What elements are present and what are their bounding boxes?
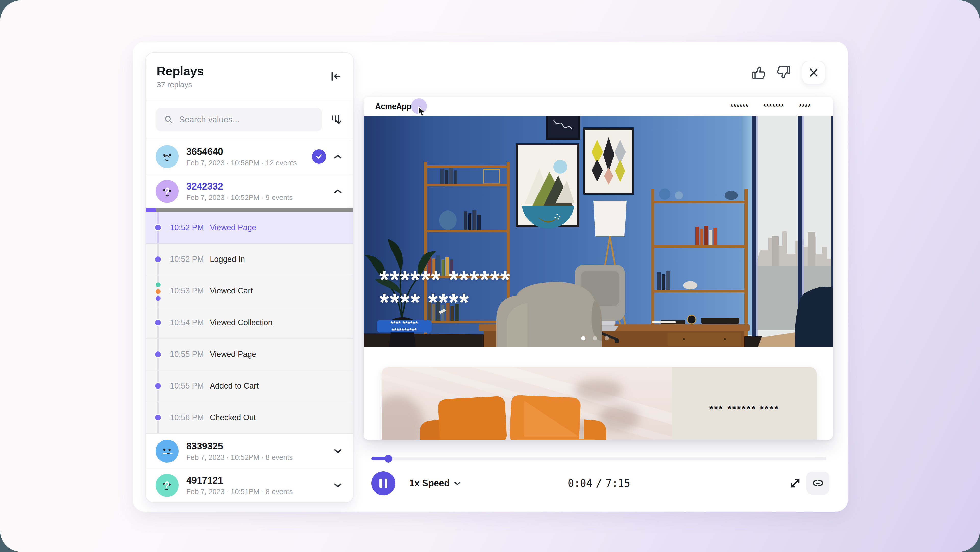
playback-time: 0:04 / 7:15 [549, 471, 649, 495]
replay-count: 37 replays [157, 80, 204, 89]
app-background: Replays 37 replays Search values... 3654… [0, 0, 980, 552]
event-timeline: 10:52 PM Viewed Page 10:52 PM Logged In … [146, 212, 353, 434]
search-input[interactable]: Search values... [156, 108, 322, 131]
event-dot [154, 319, 162, 326]
playback-speed-button[interactable]: 1x Speed [408, 471, 463, 495]
event-row[interactable]: 10:56 PM Checked Out [146, 402, 353, 434]
expand-icon [789, 477, 801, 490]
total-duration: 7:15 [606, 477, 630, 489]
event-row[interactable]: 10:53 PM Viewed Cart [146, 275, 353, 307]
selected-check-badge [312, 150, 326, 164]
carousel-dots[interactable] [581, 336, 609, 340]
event-row[interactable]: 10:55 PM Viewed Page [146, 339, 353, 370]
timeline-scrubber[interactable] [371, 457, 826, 460]
session-progress-fill [146, 208, 156, 212]
product-photo-sofa [382, 367, 672, 440]
product-card-text-panel: *** ****** **** [672, 367, 817, 440]
event-dot [154, 256, 162, 263]
event-time: 10:55 PM [170, 350, 204, 359]
sort-filter-button[interactable] [329, 113, 343, 126]
session-progress-bar [146, 208, 353, 212]
session-avatar [156, 474, 179, 497]
event-row[interactable]: 10:54 PM Viewed Collection [146, 307, 353, 339]
thumbs-up-icon [750, 65, 766, 80]
replay-session-row[interactable]: 4917121 Feb 7, 2023 · 10:51PM · 8 events [146, 468, 353, 502]
replayed-site-header: AcmeApp ****** ******* **** [364, 97, 833, 116]
session-meta: Feb 7, 2023 · 10:51PM · 8 events [186, 488, 333, 496]
session-id: 3654640 [186, 146, 312, 157]
replay-session-row-active[interactable]: 3242332 Feb 7, 2023 · 10:52PM · 9 events [146, 174, 353, 208]
replay-session-row[interactable]: 3654640 Feb 7, 2023 · 10:58PM · 12 event… [146, 139, 353, 174]
event-label: Added to Cart [210, 381, 259, 391]
replay-session-row[interactable]: 8339325 Feb 7, 2023 · 10:52PM · 8 events [146, 434, 353, 468]
check-icon [315, 152, 323, 161]
event-dot [154, 351, 162, 358]
chevron-up-icon[interactable] [333, 186, 343, 196]
page-title: Replays [157, 64, 204, 78]
event-time: 10:56 PM [170, 413, 204, 422]
event-dot [154, 224, 162, 231]
session-meta: Feb 7, 2023 · 10:52PM · 9 events [186, 194, 333, 202]
event-multi-dots [155, 282, 161, 302]
session-avatar [156, 145, 179, 168]
pause-button[interactable] [371, 471, 395, 495]
event-row[interactable]: 10:55 PM Added to Cart [146, 370, 353, 402]
event-row[interactable]: 10:52 PM Logged In [146, 244, 353, 275]
sort-filter-icon [329, 113, 343, 126]
event-label: Viewed Page [210, 223, 256, 232]
pause-icon [380, 479, 382, 488]
session-id: 4917121 [186, 475, 333, 486]
session-id: 8339325 [186, 441, 333, 451]
masked-cta-button[interactable]: **** ****** ********** [377, 320, 431, 332]
hero-banner: ****** ****** **** **** **** ****** ****… [364, 116, 833, 348]
masked-nav-item[interactable]: ****** [731, 103, 749, 110]
search-row: Search values... [146, 101, 353, 139]
timeline-scrub-handle[interactable] [385, 455, 392, 463]
event-label: Viewed Collection [210, 318, 272, 327]
site-logo: AcmeApp [375, 102, 411, 111]
replayed-site-nav: ****** ******* **** [731, 103, 811, 110]
event-time: 10:54 PM [170, 318, 204, 327]
thumbs-up-button[interactable] [750, 64, 767, 81]
time-separator: / [596, 477, 602, 489]
link-icon [812, 477, 824, 489]
session-id-active: 3242332 [186, 181, 333, 192]
close-button[interactable] [802, 61, 825, 84]
product-card[interactable]: *** ****** **** [382, 367, 817, 440]
collapse-sidebar-button[interactable] [329, 70, 342, 83]
replayed-site-content: *** ****** **** [364, 348, 833, 440]
event-label: Checked Out [210, 413, 256, 422]
search-placeholder: Search values... [179, 115, 240, 124]
event-label: Logged In [210, 255, 245, 264]
masked-nav-item[interactable]: ******* [763, 103, 784, 110]
session-meta: Feb 7, 2023 · 10:58PM · 12 events [186, 159, 312, 167]
session-avatar [156, 440, 179, 463]
event-time: 10:52 PM [170, 223, 204, 232]
event-time: 10:53 PM [170, 286, 204, 295]
event-label: Viewed Page [210, 350, 256, 359]
replay-feedback-actions [750, 61, 825, 84]
session-meta: Feb 7, 2023 · 10:52PM · 8 events [186, 453, 333, 461]
chevron-down-icon[interactable] [333, 446, 343, 456]
event-time: 10:52 PM [170, 255, 204, 264]
masked-product-text: *** ****** **** [709, 404, 779, 415]
chevron-down-icon[interactable] [333, 480, 343, 490]
chevron-up-icon[interactable] [333, 152, 343, 162]
masked-nav-item[interactable]: **** [799, 103, 811, 110]
session-avatar [156, 180, 179, 203]
thumbs-down-icon [776, 65, 792, 80]
mouse-cursor-icon [418, 107, 427, 117]
carousel-dot-active[interactable] [581, 336, 585, 340]
event-row-selected[interactable]: 10:52 PM Viewed Page [146, 212, 353, 244]
current-time: 0:04 [568, 477, 592, 489]
event-label: Viewed Cart [210, 286, 253, 295]
close-icon [808, 67, 819, 78]
speed-label: 1x Speed [409, 478, 450, 489]
carousel-dot[interactable] [605, 336, 609, 340]
event-dot [154, 414, 162, 421]
carousel-dot[interactable] [593, 336, 597, 340]
copy-link-button[interactable] [807, 472, 829, 495]
collapse-panel-icon [329, 70, 342, 83]
fullscreen-button[interactable] [786, 474, 804, 493]
thumbs-down-button[interactable] [776, 64, 793, 81]
